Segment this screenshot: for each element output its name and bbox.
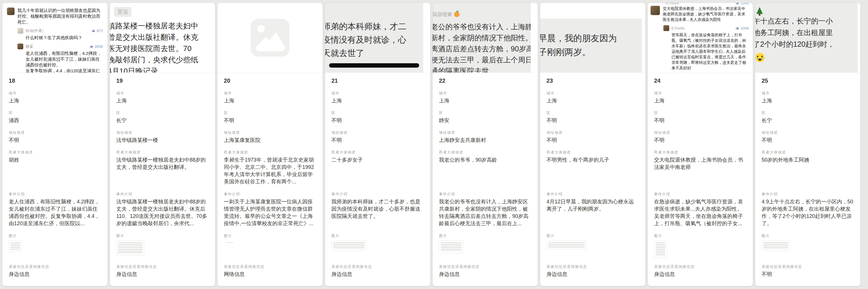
thumb-up-icon — [736, 3, 739, 5]
field-value-source: 身边信息 — [439, 271, 531, 278]
gallery-card-25[interactable]: 午十点左右，长宁的一小 地务工阿姨，在出租屋里 了2个小时的120赶到时， 25… — [755, 3, 861, 286]
field-value-source: 身边信息 — [331, 271, 424, 278]
avatar — [651, 6, 660, 15]
image-thumbnail[interactable] — [331, 241, 366, 251]
crying-emoji — [755, 53, 765, 62]
gallery-card-20[interactable]: 20 城市上海 区不明 地址描述上海某康复医院 死者大体描述李昶生于1973年，… — [217, 3, 323, 286]
field-label-image: 图片 — [547, 233, 639, 238]
thumb-up-icon — [90, 45, 93, 48]
field-label-district: 区 — [439, 111, 531, 115]
field-value-deceased: 二十多岁女子 — [331, 156, 424, 185]
chat-bubble: 师弟的本科师妹，才二 疫情没有及时就诊，心 天就去世了 — [325, 3, 423, 73]
thumb-up-icon — [736, 26, 739, 30]
cropped-comment-header: ETHAN 1040 — [663, 3, 749, 5]
field-value-address: 不明 — [9, 137, 101, 144]
field-value-address: 法华镇路某楼一楼 — [116, 137, 209, 144]
field-value-source: 身边信息 — [116, 271, 209, 278]
post-text: 镇路某楼一楼独居老夫妇中 曾是交大出版社翻译。休克 医无对接医院而去世。70 晚… — [110, 20, 215, 73]
field-label-district: 区 — [547, 111, 639, 115]
field-value-city: 上海 — [116, 97, 209, 104]
field-value-deceased: 李昶生于1973年，曾就读于北京史家胡同小学、北京二中、北京四中，于1992年考… — [224, 156, 316, 185]
field-value-deceased: 50岁的外地务工阿姨 — [762, 156, 854, 185]
image-thumbnail[interactable] — [439, 241, 463, 253]
gallery-card-18[interactable]: 我几十年前就认识的一位胡姓朋友也是因为封控、核酸检测等原因没有得到及时救治而死亡… — [2, 3, 107, 286]
gallery-board: 我几十年前就认识的一位胡姓朋友也是因为封控、核酸检测等原因没有得到及时救治而死亡… — [0, 0, 868, 289]
field-value-district: 不明 — [224, 117, 316, 124]
commenter-name: 柿油(作者) — [26, 28, 43, 33]
tree-emoji — [756, 7, 763, 14]
entry-number: 21 — [331, 73, 424, 84]
field-label-address: 地址描述 — [654, 130, 746, 135]
field-label-deceased: 死者大体描述 — [116, 150, 209, 155]
field-value-city: 上海 — [439, 97, 531, 104]
field-label-deceased: 死者大体描述 — [224, 150, 316, 155]
field-label-source: 直接信息还是间接信息 — [116, 264, 209, 269]
field-value-source: 身边信息 — [654, 271, 746, 278]
field-value-deceased: 胡姓 — [9, 156, 101, 185]
image-thumbnail[interactable] — [116, 241, 144, 256]
field-value-district: 不明 — [654, 117, 746, 124]
field-label-address: 地址描述 — [9, 130, 101, 135]
field-label-district: 区 — [9, 111, 101, 115]
avatar — [18, 43, 23, 49]
field-value-deceased: 交大电院退休教授，上海书协会员，书法家吴中南老师 — [654, 156, 746, 185]
avatar — [663, 25, 669, 31]
avatar — [7, 7, 14, 15]
image-thumbnail[interactable] — [654, 241, 667, 258]
entry-number: 18 — [9, 73, 101, 84]
field-label-city: 城市 — [9, 91, 101, 96]
field-label-district: 区 — [654, 111, 746, 115]
entry-number: 19 — [116, 73, 209, 84]
field-label-event: 事件介绍 — [439, 192, 531, 196]
field-value-event: 我师弟的本科师妹，才二十多岁，也是因为疫情没有及时就诊，心脏不舒服送医院隔天就去… — [331, 198, 424, 227]
commenter-name: ETHAN — [672, 26, 684, 31]
image-thumbnail[interactable] — [762, 241, 790, 251]
field-label-event: 事件介绍 — [762, 192, 854, 196]
gallery-card-23[interactable]: 早晨，我的朋友因为 子刚刚两岁。 23 城市上海 区不明 地址描述不明 死者大体… — [540, 3, 645, 286]
post-screenshot: 置顶 镇路某楼一楼独居老夫妇中 曾是交大出版社翻译。休克 医无对接医院而去世。7… — [110, 3, 215, 73]
field-value-address: 不明 — [654, 137, 746, 144]
field-label-event: 事件介绍 — [9, 192, 101, 196]
field-value-district: 不明 — [331, 117, 424, 124]
comment-text: 什么时候？生了其他疾病吗？ — [26, 35, 103, 41]
post-screenshot: 早晨，我的朋友因为 子刚刚两岁。 — [540, 3, 645, 73]
post-screenshot: 鼠甜橙酱 老公的爷爷也没有计入，上海静 新村，全家阴的情况下他阳性。 离酒店后差… — [433, 3, 538, 73]
field-value-deceased: 我老公的爷爷，90岁高龄 — [439, 156, 531, 185]
field-label-image: 图片 — [654, 233, 746, 238]
field-label-event: 事件介绍 — [547, 192, 639, 196]
gallery-card-21[interactable]: 师弟的本科师妹，才二 疫情没有及时就诊，心 天就去世了 21 城市上海 区不明 … — [325, 3, 430, 286]
post-screenshot: 我几十年前就认识的一位胡姓朋友也是因为封控、核酸检测等原因没有得到及时救治而死亡… — [2, 3, 107, 73]
field-label-deceased: 死者大体描述 — [331, 150, 424, 155]
field-value-address: 不明 — [547, 137, 639, 144]
gallery-card-24[interactable]: ETHAN 1040 交大电院退休教授，上海书协会员，书法家吴中南老师在急诊病逝… — [648, 3, 753, 286]
like-count: 3506 — [90, 44, 103, 49]
image-thumbnail[interactable] — [224, 241, 235, 245]
field-value-event: 在急诊病逝，缺少氧气等医疗资源，哀求医生求职未果...夫人亦感染为阳性。吴老师苦… — [654, 198, 746, 227]
like-count: 1008 — [736, 26, 749, 31]
like-count: 977 — [92, 29, 103, 33]
post-screenshot: 师弟的本科师妹，才二 疫情没有及时就诊，心 天就去世了 — [325, 3, 430, 73]
field-label-address: 地址描述 — [116, 130, 209, 135]
entry-number: 25 — [762, 73, 854, 84]
field-value-city: 上海 — [547, 97, 639, 104]
image-thumbnail[interactable] — [547, 241, 587, 249]
field-label-city: 城市 — [547, 91, 639, 96]
field-label-source: 直接信息还是间接信息 — [762, 264, 854, 269]
gallery-card-19[interactable]: 置顶 镇路某楼一楼独居老夫妇中 曾是交大出版社翻译。休克 医无对接医院而去世。7… — [110, 3, 215, 286]
field-label-district: 区 — [331, 111, 424, 115]
field-value-event: 一则关于上海某康复医院一位病人因疫情管理无人护理而去世的文章在微信群里流转。最早… — [224, 198, 316, 227]
field-label-image: 图片 — [116, 233, 209, 238]
field-value-district: 长宁 — [762, 117, 854, 124]
field-label-deceased: 死者大体描述 — [9, 150, 101, 155]
field-value-event: 我老公的爷爷也没有计入，上海静安区共康新村，全家阴的情况下他阳性，被转去隔离酒店… — [439, 198, 531, 227]
field-label-city: 城市 — [116, 91, 209, 96]
field-value-address: 上海某康复医院 — [224, 137, 316, 144]
field-label-source: 直接信息还是间接信息 — [547, 264, 639, 269]
gallery-card-22[interactable]: 鼠甜橙酱 老公的爷爷也没有计入，上海静 新村，全家阴的情况下他阳性。 离酒店后差… — [433, 3, 538, 286]
image-thumbnail[interactable] — [9, 241, 22, 252]
field-value-event: 4月12日早晨，我的朋友因为心梗永远离开了，儿子刚刚两岁。 — [547, 198, 639, 227]
image-placeholder-icon — [251, 19, 289, 57]
field-value-city: 上海 — [331, 97, 424, 104]
entry-number: 22 — [439, 73, 531, 84]
field-value-source: 网络信息 — [224, 271, 316, 278]
